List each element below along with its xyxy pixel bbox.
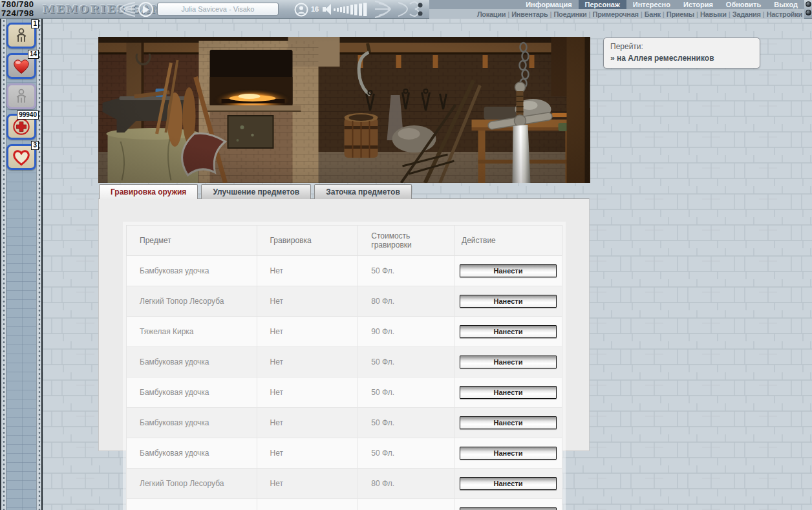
status-badge: 99940: [17, 111, 39, 120]
item-name: Бамбуковая удочка: [140, 266, 209, 275]
sidebar-health-button[interactable]: 14: [6, 53, 36, 79]
item-name: Тяжелая Кирка: [140, 327, 194, 336]
person-ghost-icon: [13, 87, 30, 105]
tab-0[interactable]: Гравировка оружия: [99, 184, 198, 199]
item-name: Легкий Топор Лесоруба: [140, 297, 224, 306]
subnav-item-3[interactable]: Примерочная: [593, 10, 639, 18]
subnav-item-0[interactable]: Локации: [477, 10, 506, 18]
apply-engraving-button[interactable]: Нанести: [460, 295, 557, 308]
apply-engraving-button[interactable]: Нанести: [460, 386, 557, 399]
engraving-value: Нет: [270, 327, 283, 336]
nav-item-1[interactable]: Персонаж: [579, 0, 626, 9]
subnav-item-4[interactable]: Банк: [645, 10, 661, 18]
player-name-input[interactable]: [157, 3, 279, 16]
nav-item-2[interactable]: Интересно: [626, 0, 677, 9]
engraving-cost: 80 Фл.: [371, 297, 394, 306]
column-header-engraving: Гравировка: [257, 226, 358, 256]
tab-2[interactable]: Заточка предметов: [314, 184, 412, 199]
corner-knob-icon[interactable]: [806, 10, 811, 16]
apply-engraving-button[interactable]: Нанести: [460, 477, 557, 490]
corner-knob-icon[interactable]: [806, 1, 811, 7]
subnav-item-7[interactable]: Задания: [732, 10, 761, 18]
table-row: Бамбуковая удочка Нет 50 Фл. Нанести: [127, 408, 562, 438]
engraving-cost: 50 Фл.: [371, 418, 394, 427]
engraving-value: Нет: [270, 479, 283, 488]
item-name: Бамбуковая удочка: [140, 449, 209, 458]
nav-separator: |: [550, 10, 551, 18]
rivet-strip: [1, 19, 6, 510]
subnav-item-1[interactable]: Инвентарь: [511, 10, 548, 18]
engraving-value: Нет: [270, 357, 283, 367]
tab-1[interactable]: Улучшение предметов: [201, 184, 311, 199]
nav-separator: |: [641, 10, 643, 18]
item-name: Бамбуковая удочка: [140, 418, 209, 427]
online-users-icon: [294, 3, 308, 17]
nav-item-0[interactable]: Информация: [519, 0, 578, 9]
nav-item-4[interactable]: Обновить: [720, 0, 767, 9]
engraving-cost: 50 Фл.: [371, 388, 394, 397]
goto-title: Перейти:: [610, 42, 753, 51]
status-badge: 14: [28, 50, 39, 59]
online-count: 16: [311, 5, 319, 13]
nav-item-5[interactable]: Выход: [767, 0, 804, 9]
subnav-item-2[interactable]: Поединки: [554, 10, 587, 18]
engraving-cost: 50 Фл.: [371, 266, 394, 275]
heart-outline-icon: [12, 149, 31, 166]
table-row: Тяжелая Кирка Нет 90 Фл. Нанести: [127, 317, 562, 347]
item-name: Бамбуковая удочка: [140, 388, 209, 397]
subnav-item-6[interactable]: Навыки: [700, 10, 727, 18]
sidebar-medkit-button[interactable]: 99940: [6, 114, 36, 140]
player-stats: 780/780 724/798: [1, 0, 34, 18]
goto-box: Перейти: » на Аллея ремесленников: [603, 37, 760, 69]
table-row: Бамбуковая удочка Нет 50 Фл. Нанести: [127, 347, 562, 377]
apply-engraving-button[interactable]: Нанести: [460, 325, 557, 338]
apply-engraving-button[interactable]: Нанести: [460, 416, 557, 429]
table-row: Легкий Топор Лесоруба Нет 80 Фл. Нанести: [127, 499, 562, 510]
engraving-cost: 50 Фл.: [371, 357, 394, 367]
play-icon: [142, 6, 149, 14]
engraving-table: Предмет Гравировка Стоимость гравировки …: [126, 225, 562, 510]
table-row: Легкий Топор Лесоруба Нет 80 Фл. Нанести: [127, 286, 562, 317]
nav-separator: |: [589, 10, 591, 18]
heart-icon: [12, 58, 31, 75]
table-row: Легкий Топор Лесоруба Нет 80 Фл. Нанести: [127, 469, 562, 499]
engraving-value: Нет: [270, 418, 283, 427]
apply-engraving-button[interactable]: Нанести: [460, 507, 557, 510]
engraving-value: Нет: [270, 388, 283, 397]
nav-item-3[interactable]: История: [677, 0, 720, 9]
volume-control[interactable]: [323, 3, 372, 16]
rivet-strip: [36, 19, 41, 510]
table-row: Бамбуковая удочка Нет 50 Фл. Нанести: [127, 256, 562, 286]
engraving-value: Нет: [270, 449, 283, 458]
sidebar: 1 14: [0, 19, 43, 510]
table-row: Бамбуковая удочка Нет 50 Фл. Нанести: [127, 438, 562, 469]
status-badge: 1: [31, 19, 39, 28]
mp-value: 724/798: [1, 9, 34, 18]
subnav-item-8[interactable]: Настройки: [767, 10, 802, 18]
game-logo: MEMORIES GAME: [43, 3, 175, 16]
engraving-cost: 90 Фл.: [371, 327, 394, 336]
ornament-emblem-icon: [374, 0, 431, 19]
ornament-swirl-icon: [118, 1, 138, 18]
apply-engraving-button[interactable]: Нанести: [460, 264, 557, 277]
status-badge: 3: [31, 141, 39, 150]
tab-bar: Гравировка оружияУлучшение предметовЗато…: [99, 184, 412, 199]
subnav-item-5[interactable]: Приемы: [667, 10, 694, 18]
topbar: 780/780 724/798 MEMORIES GAME 16: [0, 0, 812, 19]
forge-scene-image: [98, 37, 590, 183]
goto-link-craftsmen-alley[interactable]: » на Аллея ремесленников: [610, 54, 753, 63]
table-row: Бамбуковая удочка Нет 50 Фл. Нанести: [127, 377, 562, 408]
engraving-cost: 80 Фл.: [371, 479, 394, 488]
main-navigation: ИнформацияПерсонажИнтересноИсторияОбнови…: [429, 0, 804, 19]
sidebar-heart-button[interactable]: 3: [6, 144, 36, 170]
apply-engraving-button[interactable]: Нанести: [460, 356, 557, 368]
sidebar-character-ghost-button[interactable]: [6, 83, 36, 109]
speaker-icon: [323, 4, 331, 15]
sidebar-character-button[interactable]: 1: [6, 23, 36, 48]
nav-separator: |: [729, 10, 731, 18]
apply-engraving-button[interactable]: Нанести: [460, 447, 557, 460]
red-cross-icon: [12, 118, 30, 136]
column-header-action: Действие: [455, 226, 562, 256]
engraving-value: Нет: [270, 297, 283, 306]
play-button[interactable]: [138, 2, 153, 17]
